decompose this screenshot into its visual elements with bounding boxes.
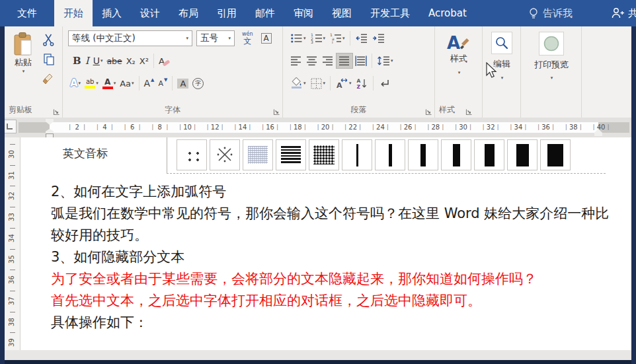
ribbon-tab-Acrobat[interactable]: Acrobat bbox=[419, 0, 476, 26]
bold-button[interactable]: B bbox=[71, 53, 83, 69]
pattern-cell-bar-24[interactable] bbox=[540, 139, 571, 170]
ribbon-tab-视图[interactable]: 视图 bbox=[323, 0, 361, 26]
pattern-cell-dark-stripes[interactable] bbox=[276, 139, 306, 170]
print-preview-button[interactable]: 打印预览 ▾ bbox=[529, 32, 574, 81]
subscript-button[interactable]: X₂ bbox=[124, 53, 138, 69]
svg-text:Z: Z bbox=[356, 84, 360, 89]
superscript-button[interactable]: X² bbox=[138, 53, 151, 69]
share-button[interactable]: 共 bbox=[606, 0, 636, 26]
italic-button[interactable]: I bbox=[83, 53, 91, 69]
pattern-cell-bar-3[interactable] bbox=[342, 139, 372, 170]
pattern-cell-bar-19[interactable] bbox=[507, 139, 537, 170]
asian-layout-button[interactable]: A▾ bbox=[333, 75, 354, 91]
v-ruler-tick bbox=[10, 144, 15, 145]
multilevel-list-button[interactable]: 1ai▾ bbox=[327, 30, 347, 46]
h-ruler-tick: | bbox=[235, 124, 237, 130]
document-page[interactable]: 英文音标 2、如何在文字上添加弧符号弧是我们在数学中常见的符号，那你会输入这个符… bbox=[20, 137, 633, 350]
text-highlight-button[interactable]: ab▾ bbox=[83, 75, 100, 91]
distribute-button[interactable] bbox=[353, 53, 369, 69]
align-left-button[interactable] bbox=[288, 53, 304, 69]
font-name-combo[interactable]: 等线 (中文正文) ▾ bbox=[68, 30, 192, 46]
increase-indent-button[interactable] bbox=[370, 30, 387, 46]
vertical-ruler[interactable]: 30313233343536373839 bbox=[5, 137, 20, 350]
font-size-combo[interactable]: 五号 ▾ bbox=[196, 30, 235, 46]
h-ruler-tick: | bbox=[332, 124, 334, 130]
decrease-indent-button[interactable] bbox=[353, 30, 370, 46]
shading-button[interactable]: ▾ bbox=[288, 75, 308, 91]
clear-formatting-button[interactable]: A bbox=[157, 53, 172, 69]
pattern-cell-bar-11[interactable] bbox=[441, 139, 471, 170]
h-ruler-tick: | bbox=[552, 124, 554, 130]
enclose-characters-button[interactable]: 字 bbox=[190, 75, 206, 91]
ribbon-tab-开始[interactable]: 开始 bbox=[54, 0, 93, 26]
tab-selector[interactable] bbox=[3, 120, 17, 133]
format-painter-button[interactable] bbox=[40, 71, 58, 87]
ribbon-tab-布局[interactable]: 布局 bbox=[169, 0, 208, 26]
phonetic-guide-button[interactable]: wén文 bbox=[240, 30, 255, 46]
pattern-cell-bar-15[interactable] bbox=[474, 139, 504, 170]
strikethrough-button[interactable]: abe bbox=[104, 53, 124, 69]
show-hide-marks-button[interactable] bbox=[376, 75, 393, 91]
ribbon-tab-引用[interactable]: 引用 bbox=[208, 0, 246, 26]
h-ruler-tick: | bbox=[427, 124, 429, 130]
change-case-button[interactable]: Aa▾ bbox=[118, 75, 136, 91]
align-center-button[interactable] bbox=[304, 53, 320, 69]
h-ruler-tick: | bbox=[69, 124, 71, 130]
justify-button[interactable] bbox=[336, 53, 353, 69]
ribbon-tab-开发工具[interactable]: 开发工具 bbox=[361, 0, 419, 26]
ribbon-tab-邮件[interactable]: 邮件 bbox=[246, 0, 284, 26]
h-ruler-number: 10 bbox=[183, 124, 192, 131]
ribbon-tab-设计[interactable]: 设计 bbox=[131, 0, 169, 26]
grow-font-button[interactable]: A▲ bbox=[142, 75, 157, 91]
line-spacing-button[interactable]: ▾ bbox=[375, 53, 395, 69]
styles-dialog-launcher-icon[interactable] bbox=[465, 108, 473, 116]
copy-button[interactable] bbox=[40, 52, 58, 67]
text-effects-button[interactable]: A▾ bbox=[68, 75, 83, 91]
align-right-button[interactable] bbox=[320, 53, 336, 69]
ribbon-tab-审阅[interactable]: 审阅 bbox=[284, 0, 323, 26]
pattern-cell-light-dots[interactable] bbox=[177, 139, 207, 170]
pattern-cell-cross-hatch[interactable] bbox=[210, 139, 240, 170]
numbering-button[interactable]: 123▾ bbox=[308, 30, 328, 46]
bullets-button[interactable]: ▾ bbox=[288, 30, 308, 46]
v-ruler-tick bbox=[10, 207, 15, 207]
ribbon-tab-bar: 文件开始插入设计布局引用邮件审阅视图开发工具Acrobat 告诉我 共 bbox=[0, 0, 636, 26]
numbering-icon: 123 bbox=[310, 32, 323, 44]
window-right-border bbox=[631, 26, 636, 364]
sort-button[interactable]: AZ bbox=[354, 75, 370, 91]
h-ruler-tick: | bbox=[483, 124, 485, 130]
styles-button[interactable]: A 样式 ▾ bbox=[444, 32, 473, 75]
share-label: 共 bbox=[628, 7, 636, 20]
v-ruler-number: 36 bbox=[8, 275, 15, 285]
scissors-icon bbox=[42, 33, 56, 46]
ribbon-tab-文件[interactable]: 文件 bbox=[0, 0, 54, 26]
paste-button[interactable]: 粘贴 ▾ bbox=[9, 32, 38, 74]
horizontal-ruler[interactable]: 2||4||6||8||10||12||14||16||18||20||22||… bbox=[0, 118, 636, 137]
pattern-cell-grid-light[interactable] bbox=[243, 139, 273, 170]
font-color-button[interactable]: A▾ bbox=[100, 75, 118, 91]
justify-icon bbox=[338, 55, 350, 67]
ribbon-tab-插入[interactable]: 插入 bbox=[93, 0, 131, 26]
paragraph-dialog-launcher-icon[interactable] bbox=[425, 108, 432, 116]
shading-icon bbox=[290, 77, 303, 89]
styles-group: A 样式 ▾ 样式 bbox=[435, 26, 483, 118]
pattern-cell-dense-dots[interactable] bbox=[309, 139, 339, 170]
pattern-cell-bar-5[interactable] bbox=[375, 139, 405, 170]
h-ruler-number: 38 bbox=[569, 124, 578, 131]
h-ruler-number: 32 bbox=[487, 124, 495, 131]
align-right-icon bbox=[322, 55, 334, 67]
character-shading-button[interactable]: A bbox=[175, 75, 190, 91]
h-ruler-tick: | bbox=[262, 124, 264, 130]
tell-me-box[interactable]: 告诉我 bbox=[522, 0, 579, 26]
document-text[interactable]: 2、如何在文字上添加弧符号弧是我们在数学中常见的符号，那你会输入这个符号吗？在这… bbox=[51, 181, 617, 334]
borders-button[interactable]: ▾ bbox=[308, 75, 328, 91]
font-dialog-launcher-icon[interactable] bbox=[273, 108, 280, 116]
pattern-cell-bar-8[interactable] bbox=[408, 139, 438, 170]
paragraph: 具体操作如下： bbox=[51, 312, 617, 334]
shrink-font-button[interactable]: A▼ bbox=[157, 75, 170, 91]
character-border-button[interactable]: A bbox=[259, 30, 274, 46]
clipboard-dialog-launcher-icon[interactable] bbox=[53, 108, 60, 116]
svg-text:3: 3 bbox=[311, 40, 313, 44]
cut-button[interactable] bbox=[40, 32, 58, 48]
underline-button[interactable]: U▾ bbox=[91, 53, 105, 69]
